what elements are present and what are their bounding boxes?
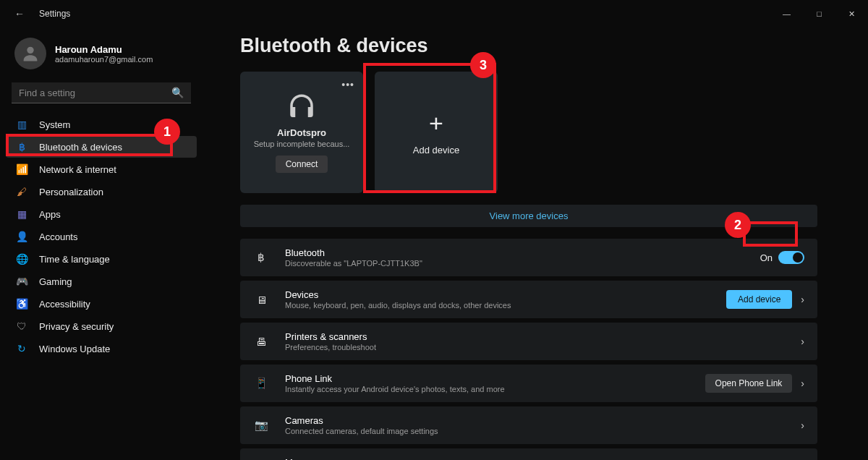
row-title: Printers & scanners — [285, 331, 792, 342]
profile-name: Haroun Adamu — [55, 44, 153, 55]
window-title: Settings — [39, 9, 70, 19]
row-devices[interactable]: 🖥 Devices Mouse, keyboard, pen, audio, d… — [240, 281, 817, 318]
search-box[interactable]: 🔍 — [12, 82, 191, 103]
accessibility-icon: ♿ — [14, 298, 29, 310]
row-title: Mouse — [285, 457, 792, 460]
phone-icon: 📱 — [253, 377, 269, 390]
bluetooth-toggle[interactable] — [778, 251, 804, 264]
wifi-icon: 📶 — [14, 163, 29, 175]
page-title: Bluetooth & devices — [240, 35, 817, 57]
nav-label: Time & language — [39, 254, 110, 265]
row-subtitle: Connected cameras, default image setting… — [285, 427, 792, 435]
globe-icon: 🌐 — [14, 253, 29, 265]
row-subtitle: Instantly access your Android device's p… — [285, 385, 705, 393]
nav-personalization[interactable]: 🖌Personalization — [6, 181, 197, 203]
grid-icon: ▦ — [14, 208, 29, 220]
row-mouse[interactable]: 🖱 Mouse Buttons, mouse pointer speed, sc… — [240, 448, 817, 460]
add-device-label: Add device — [413, 145, 459, 156]
add-device-button[interactable]: Add device — [726, 290, 792, 309]
chevron-right-icon: › — [801, 419, 804, 431]
row-bluetooth: ฿ Bluetooth Discoverable as "LAPTOP-CJTT… — [240, 239, 817, 276]
nav-label: Personalization — [39, 187, 103, 197]
row-title: Phone Link — [285, 373, 705, 384]
nav-privacy[interactable]: 🛡Privacy & security — [6, 315, 197, 337]
nav-label: Privacy & security — [39, 321, 114, 332]
svg-point-0 — [27, 47, 33, 54]
titlebar: ← Settings — □ ✕ — [0, 0, 868, 27]
display-icon: ▥ — [14, 119, 29, 130]
chevron-right-icon: › — [801, 378, 804, 389]
nav-label: Accounts — [39, 231, 77, 242]
printer-icon: 🖶 — [253, 336, 269, 348]
row-subtitle: Mouse, keyboard, pen, audio, displays an… — [285, 301, 726, 310]
device-subtitle: Setup incomplete becaus... — [250, 140, 354, 148]
search-icon: 🔍 — [171, 87, 184, 98]
nav-system[interactable]: ▥System — [6, 114, 197, 135]
view-more-devices[interactable]: View more devices — [240, 205, 817, 227]
avatar — [14, 38, 46, 69]
main: Bluetooth & devices ••• AirDotspro Setup… — [203, 27, 868, 460]
nav-label: System — [39, 119, 70, 130]
person-icon: 👤 — [14, 231, 29, 242]
plus-icon: + — [429, 109, 443, 137]
profile-block[interactable]: Haroun Adamu adamuharoun7@gmail.com — [6, 32, 197, 82]
brush-icon: 🖌 — [14, 186, 29, 197]
nav-label: Bluetooth & devices — [39, 142, 122, 153]
nav-apps[interactable]: ▦Apps — [6, 203, 197, 225]
chevron-right-icon: › — [801, 336, 804, 347]
back-button[interactable]: ← — [10, 5, 29, 22]
search-input[interactable] — [19, 88, 171, 98]
row-title: Devices — [285, 289, 726, 300]
device-tile-airdotspro[interactable]: ••• AirDotspro Setup incomplete becaus..… — [240, 72, 363, 193]
nav-windows-update[interactable]: ↻Windows Update — [6, 338, 197, 359]
toggle-label: On — [760, 252, 773, 263]
row-subtitle: Discoverable as "LAPTOP-CJTT1K3B" — [285, 259, 760, 268]
nav-accessibility[interactable]: ♿Accessibility — [6, 293, 197, 315]
open-phone-link-button[interactable]: Open Phone Link — [705, 374, 793, 393]
device-name: AirDotspro — [277, 127, 326, 138]
bluetooth-icon: ฿ — [14, 141, 29, 153]
connect-button[interactable]: Connect — [276, 156, 328, 173]
chevron-right-icon: › — [801, 294, 804, 305]
nav: ▥System ฿Bluetooth & devices 📶Network & … — [6, 114, 197, 359]
nav-label: Accessibility — [39, 299, 90, 310]
minimize-button[interactable]: — — [770, 3, 803, 25]
shield-icon: 🛡 — [14, 320, 29, 332]
devices-icon: 🖥 — [253, 294, 269, 306]
profile-email: adamuharoun7@gmail.com — [55, 55, 153, 64]
row-phone-link[interactable]: 📱 Phone Link Instantly access your Andro… — [240, 365, 817, 402]
add-device-tile[interactable]: + Add device — [375, 72, 498, 193]
bluetooth-icon: ฿ — [253, 251, 269, 264]
nav-accounts[interactable]: 👤Accounts — [6, 226, 197, 247]
close-button[interactable]: ✕ — [835, 3, 868, 25]
row-title: Bluetooth — [285, 247, 760, 258]
nav-network[interactable]: 📶Network & internet — [6, 158, 197, 180]
nav-gaming[interactable]: 🎮Gaming — [6, 271, 197, 292]
nav-bluetooth-devices[interactable]: ฿Bluetooth & devices — [6, 136, 197, 158]
refresh-icon: ↻ — [14, 343, 29, 354]
nav-time-language[interactable]: 🌐Time & language — [6, 248, 197, 270]
row-printers[interactable]: 🖶 Printers & scanners Preferences, troub… — [240, 323, 817, 360]
nav-label: Apps — [39, 209, 61, 220]
more-icon[interactable]: ••• — [341, 79, 354, 90]
nav-label: Network & internet — [39, 164, 116, 175]
row-cameras[interactable]: 📷 Cameras Connected cameras, default ima… — [240, 406, 817, 444]
gamepad-icon: 🎮 — [14, 276, 29, 287]
sidebar: Haroun Adamu adamuharoun7@gmail.com 🔍 ▥S… — [0, 27, 203, 460]
camera-icon: 📷 — [253, 419, 269, 432]
nav-label: Gaming — [39, 276, 72, 287]
row-subtitle: Preferences, troubleshoot — [285, 343, 792, 352]
nav-label: Windows Update — [39, 344, 110, 354]
maximize-button[interactable]: □ — [803, 3, 835, 25]
headphones-icon — [286, 92, 317, 124]
row-title: Cameras — [285, 415, 792, 426]
